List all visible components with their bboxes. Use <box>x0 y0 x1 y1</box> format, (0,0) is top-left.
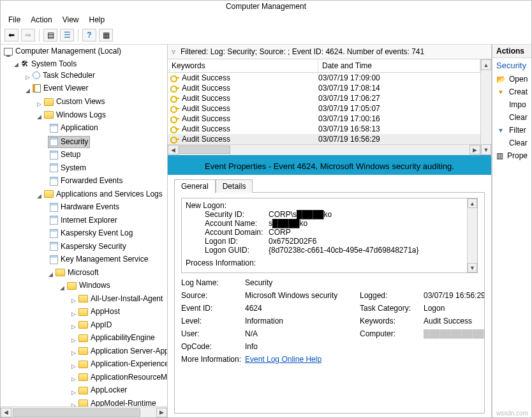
tree-item[interactable]: ApplicabilityEngine <box>77 332 157 343</box>
tree-item[interactable]: ApplicationResourceM <box>77 372 167 383</box>
tree-item[interactable]: AppLocker <box>77 385 129 396</box>
detail-vertical-scrollbar[interactable]: ▲ ▼ <box>467 198 477 272</box>
expander-icon[interactable]: ▷ <box>71 322 77 332</box>
tree-security-log[interactable]: Security <box>48 136 90 148</box>
extra-button[interactable]: ▦ <box>99 29 113 41</box>
scrollbar-thumb[interactable] <box>179 146 230 154</box>
tree-task-scheduler[interactable]: Task Scheduler <box>31 70 97 81</box>
action-create-custom-view[interactable]: ▾Creat <box>492 86 531 98</box>
tree-item[interactable]: All-User-Install-Agent <box>77 294 165 304</box>
scroll-up-icon[interactable]: ▲ <box>468 198 477 208</box>
expander-icon[interactable]: ◢ <box>36 112 42 123</box>
event-list-horizontal-scrollbar[interactable]: ◀ ▶ <box>168 144 480 155</box>
event-list-header[interactable]: Keywords Date and Time <box>168 59 480 73</box>
scroll-up-icon[interactable]: ▲ <box>481 59 491 70</box>
expander-icon[interactable]: ◢ <box>25 86 31 96</box>
event-row[interactable]: Audit Success03/07/19 17:08:14 <box>168 83 480 93</box>
back-button[interactable]: ⬅ <box>4 29 18 41</box>
event-properties-panel: Event Properties - Event 4624, Microsoft… <box>168 155 491 417</box>
menu-file[interactable]: File <box>4 14 24 26</box>
scroll-down-icon[interactable]: ▼ <box>468 263 477 272</box>
tree-forwarded-log[interactable]: Forwarded Events <box>48 175 124 186</box>
tree-custom-views[interactable]: Custom Views <box>42 96 107 107</box>
tree-label: Kaspersky Event Log <box>61 228 133 239</box>
event-list[interactable]: Keywords Date and Time Audit Success03/0… <box>168 59 480 155</box>
expander-icon[interactable]: ◢ <box>59 283 65 294</box>
tree-item[interactable]: Application-Experience <box>77 359 167 369</box>
action-open-saved-log[interactable]: 📂Open <box>492 73 531 86</box>
tab-details[interactable]: Details <box>216 179 253 193</box>
link-event-log-online-help[interactable]: Event Log Online Help <box>245 355 321 364</box>
tree-horizontal-scrollbar[interactable]: ◀ ▶ <box>1 407 167 417</box>
folder-icon <box>78 387 88 394</box>
properties-button[interactable]: ☰ <box>60 29 74 41</box>
expander-icon[interactable]: ▷ <box>71 295 77 306</box>
tree-system-tools[interactable]: 🛠System Tools <box>19 59 78 70</box>
menu-view[interactable]: View <box>59 14 83 26</box>
expander-icon[interactable]: ◢ <box>13 59 19 70</box>
tree-windows-logs[interactable]: Windows Logs <box>42 110 108 121</box>
blank-icon <box>496 100 505 109</box>
tree-windows[interactable]: Windows <box>65 280 112 291</box>
column-datetime[interactable]: Date and Time <box>318 59 480 72</box>
tree-event-viewer[interactable]: Event Viewer <box>31 83 90 94</box>
scroll-left-icon[interactable]: ◀ <box>168 145 179 154</box>
value-event-id: 4624 <box>245 304 360 313</box>
action-clear-log[interactable]: Clear <box>492 111 531 124</box>
tree-microsoft[interactable]: Microsoft <box>54 267 101 278</box>
expander-icon[interactable]: ▷ <box>71 400 77 407</box>
tree-application-log[interactable]: Application <box>48 123 100 133</box>
expander-icon[interactable]: ◢ <box>48 269 54 280</box>
expander-icon[interactable]: ▷ <box>71 361 77 372</box>
folder-icon <box>78 308 88 316</box>
expander-icon[interactable]: ▷ <box>71 387 77 398</box>
tree-label: Key Management Service <box>61 254 148 265</box>
show-hide-button[interactable]: ▤ <box>43 29 57 41</box>
tree-item[interactable]: Application Server-App <box>77 346 167 357</box>
tree-hardware-events[interactable]: Hardware Events <box>48 202 121 213</box>
tree-system-log[interactable]: System <box>48 163 88 174</box>
menu-action[interactable]: Action <box>27 14 55 26</box>
scroll-down-icon[interactable]: ▼ <box>481 144 491 155</box>
expander-icon[interactable]: ▷ <box>71 335 77 346</box>
scroll-right-icon[interactable]: ▶ <box>469 145 480 154</box>
tree-key-management[interactable]: Key Management Service <box>48 254 150 265</box>
event-row[interactable]: Audit Success03/07/19 17:09:00 <box>168 73 480 83</box>
event-row[interactable]: Audit Success03/07/19 17:05:07 <box>168 103 480 114</box>
navigation-tree[interactable]: Computer Management (Local) ◢🛠System Too… <box>1 46 167 407</box>
tree-internet-explorer[interactable]: Internet Explorer <box>48 215 119 226</box>
tree-item[interactable]: AppHost <box>77 306 122 317</box>
tree-kaspersky-event-log[interactable]: Kaspersky Event Log <box>48 228 135 239</box>
expander-icon[interactable]: ▷ <box>71 348 77 359</box>
expander-icon[interactable]: ▷ <box>71 309 77 320</box>
column-keywords[interactable]: Keywords <box>168 59 318 72</box>
tree-kaspersky-security[interactable]: Kaspersky Security <box>48 241 128 252</box>
scrollbar-thumb[interactable] <box>13 408 140 417</box>
action-import-custom-view[interactable]: Impo <box>492 98 531 111</box>
tab-general[interactable]: General <box>174 179 216 193</box>
tree-apps-services-logs[interactable]: Applications and Services Logs <box>42 189 165 200</box>
expander-icon[interactable]: ◢ <box>36 191 42 202</box>
tree-setup-log[interactable]: Setup <box>48 149 82 160</box>
event-row[interactable]: Audit Success03/07/19 17:00:16 <box>168 114 480 124</box>
scroll-right-icon[interactable]: ▶ <box>156 408 167 417</box>
action-properties[interactable]: ▥Prope <box>492 149 531 162</box>
event-row[interactable]: Audit Success03/07/19 16:58:13 <box>168 124 480 134</box>
help-button[interactable]: ? <box>82 29 96 41</box>
forward-button[interactable]: ➡ <box>21 29 35 41</box>
action-clear-filter[interactable]: Clear <box>492 137 531 149</box>
menu-help[interactable]: Help <box>85 14 109 26</box>
expander-icon[interactable]: ▷ <box>36 99 42 110</box>
key-icon <box>170 75 179 81</box>
event-row-selected[interactable]: Audit Success03/07/19 16:56:29 <box>168 134 480 144</box>
tree-item[interactable]: AppModel-Runtime <box>77 398 158 407</box>
expander-icon[interactable]: ▷ <box>25 72 31 83</box>
tree-root[interactable]: Computer Management (Local) <box>2 46 123 57</box>
action-filter-log[interactable]: ▾Filter <box>492 124 531 137</box>
tree-item[interactable]: AppID <box>77 320 114 331</box>
expander-icon[interactable]: ▷ <box>71 374 77 385</box>
event-row[interactable]: Audit Success03/07/19 17:06:27 <box>168 93 480 103</box>
scroll-left-icon[interactable]: ◀ <box>1 408 11 417</box>
event-list-vertical-scrollbar[interactable]: ▲ ▼ <box>480 59 491 155</box>
event-keyword: Audit Success <box>182 94 230 103</box>
